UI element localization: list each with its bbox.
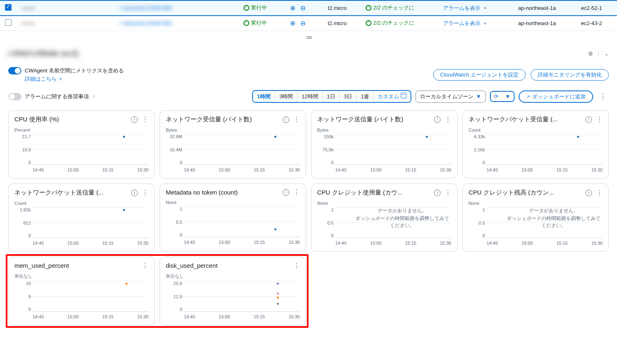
- external-link-icon: [58, 76, 62, 82]
- chart-menu-button[interactable]: ⋮: [142, 262, 148, 269]
- x-axis: 14:4515:0015:1515:30: [184, 238, 300, 246]
- y-axis: 10.50: [166, 206, 182, 237]
- y-axis: 10.50: [317, 207, 334, 238]
- chart-card: disk_used_percent ⋮ 単位なし 25.812.90 14:45…: [160, 257, 306, 325]
- chart-title: CPU クレジット残高 (カウン...: [469, 189, 554, 197]
- chart-menu-button[interactable]: ⋮: [596, 116, 603, 123]
- chart-unit: None: [166, 200, 300, 205]
- chart-menu-button[interactable]: ⋮: [445, 116, 451, 123]
- show-alarms-link[interactable]: アラームを表示: [443, 5, 480, 11]
- plot-area[interactable]: [184, 281, 300, 312]
- instance-name: name: [21, 20, 35, 26]
- zoom-in-icon[interactable]: ⊕: [288, 20, 298, 27]
- plot-area[interactable]: データがありません。ダッシュボードの時間範囲を調整してみてください。: [487, 207, 603, 238]
- time-range-1時間[interactable]: 1時間: [253, 91, 275, 102]
- check-circle-icon: [244, 20, 249, 26]
- info-icon[interactable]: i: [131, 190, 138, 196]
- x-axis: 14:4515:0015:1515:30: [184, 166, 300, 173]
- no-data-message: データがありません。ダッシュボードの時間範囲を調整してみてください。: [505, 207, 603, 229]
- info-icon[interactable]: i: [434, 190, 441, 196]
- chart-unit: None: [317, 201, 451, 206]
- data-point: [274, 228, 276, 230]
- time-range-3時間[interactable]: 3時間: [275, 91, 297, 102]
- zoom-out-icon[interactable]: ⊖: [298, 5, 308, 12]
- plot-area[interactable]: [184, 134, 300, 165]
- divider: |: [598, 51, 599, 57]
- cwagent-toggle[interactable]: [8, 67, 21, 74]
- plus-icon[interactable]: +: [480, 20, 490, 26]
- info-icon[interactable]: i: [585, 190, 592, 196]
- time-range-3日[interactable]: 3日: [339, 91, 356, 102]
- time-range-1日[interactable]: 1日: [322, 91, 339, 102]
- more-menu-button[interactable]: ⋮: [597, 92, 609, 102]
- chart-menu-button[interactable]: ⋮: [142, 116, 148, 123]
- details-link[interactable]: 詳細はこちら: [25, 76, 62, 82]
- settings-icon[interactable]: ⚙: [588, 51, 593, 57]
- configure-cwagent-button[interactable]: CloudWatch エージェントを設定: [433, 69, 526, 81]
- status-badge: 実行中: [244, 19, 267, 27]
- zoom-out-icon[interactable]: ⊖: [298, 20, 308, 27]
- plus-icon[interactable]: +: [480, 5, 490, 11]
- row-checkbox[interactable]: [5, 4, 12, 11]
- chart-menu-button[interactable]: ⋮: [293, 189, 300, 196]
- enable-detailed-monitoring-button[interactable]: 詳細モニタリングを有効化: [531, 69, 609, 81]
- zoom-in-icon[interactable]: ⊕: [288, 5, 298, 12]
- y-axis: 1.62k8120: [14, 207, 31, 238]
- instance-id-link[interactable]: i-0abcdef1234567890: [120, 5, 172, 11]
- chart-title: disk_used_percent: [166, 262, 218, 269]
- plot-area[interactable]: [335, 134, 451, 165]
- data-point: [277, 283, 279, 285]
- chart-menu-button[interactable]: ⋮: [142, 190, 148, 196]
- timezone-select[interactable]: ローカルタイムゾーン ▼: [415, 90, 486, 103]
- public-dns: ec2-52-1: [576, 0, 617, 16]
- instance-table: name i-0abcdef1234567890 実行中 ⊕⊖ t2.micro…: [0, 0, 617, 31]
- chart-card: Metadata no token (count) i⋮ None 10.50 …: [160, 183, 306, 252]
- plot-area[interactable]: [184, 206, 300, 237]
- chart-menu-button[interactable]: ⋮: [293, 262, 300, 269]
- info-icon[interactable]: i: [434, 116, 441, 123]
- y-axis: 4.33k2.16k0: [469, 134, 485, 165]
- chart-unit: 単位なし: [166, 273, 300, 279]
- chart-menu-button[interactable]: ⋮: [596, 190, 603, 196]
- chart-card: ネットワーク送信量 (バイト数) i⋮ Bytes 150k75.0k0 14:…: [311, 110, 457, 179]
- chart-card: CPU クレジット使用量 (カウ... i⋮ None 10.50 データがあり…: [311, 183, 457, 252]
- chart-unit: Count: [469, 128, 603, 132]
- plot-area[interactable]: データがありません。ダッシュボードの時間範囲を調整してみてください。: [335, 207, 451, 238]
- y-axis: 25.812.90: [166, 281, 182, 312]
- charts-grid: CPU 使用率 (%) i⋮ Percent 21.710.90 14:4515…: [0, 106, 617, 329]
- refresh-button[interactable]: ⟳: [491, 92, 502, 101]
- plot-area[interactable]: [487, 134, 603, 165]
- info-icon[interactable]: i: [283, 189, 289, 196]
- x-axis: 14:4515:0015:1515:30: [32, 313, 148, 320]
- chart-menu-button[interactable]: ⋮: [445, 190, 451, 196]
- chart-title: Metadata no token (count): [166, 189, 238, 196]
- availability-zone: ap-northeast-1a: [513, 0, 576, 16]
- plot-area[interactable]: [32, 207, 148, 238]
- instance-row[interactable]: name i-0abcdef1234567890 実行中 ⊕⊖ t2.micro…: [0, 0, 617, 16]
- time-range-1週[interactable]: 1週: [356, 91, 373, 102]
- info-icon[interactable]: i: [585, 116, 592, 123]
- x-axis: 14:4515:0015:1515:30: [335, 239, 451, 246]
- instance-row[interactable]: name i-0abcdef1234567890 実行中 ⊕⊖ t2.micro…: [0, 16, 617, 31]
- time-range-custom[interactable]: カスタム: [373, 91, 411, 102]
- alarm-recommendations-toggle[interactable]: [8, 93, 21, 100]
- info-icon[interactable]: i: [131, 116, 138, 123]
- info-icon[interactable]: i: [283, 116, 289, 123]
- refresh-dropdown-button[interactable]: ▼: [502, 92, 514, 101]
- chart-card: ネットワークパケット送信量 (... i⋮ Count 1.62k8120 14…: [8, 183, 155, 252]
- chart-title: ネットワーク受信量 (バイト数): [166, 116, 252, 123]
- resize-handle[interactable]: ═: [0, 31, 617, 44]
- chart-card: ネットワーク受信量 (バイト数) i⋮ Bytes 32.8M16.4M0 14…: [160, 110, 306, 179]
- plot-area[interactable]: [32, 281, 148, 312]
- instance-id-link[interactable]: i-0abcdef1234567890: [120, 20, 172, 26]
- add-to-dashboard-button[interactable]: ダッシュボードに追加: [519, 90, 593, 103]
- chart-menu-button[interactable]: ⋮: [293, 116, 300, 123]
- time-range-12時間[interactable]: 12時間: [297, 91, 322, 102]
- row-checkbox[interactable]: [5, 19, 12, 26]
- chevron-down-icon[interactable]: ⌄: [604, 51, 609, 57]
- show-alarms-link[interactable]: アラームを表示: [443, 20, 480, 26]
- chart-card: CPU 使用率 (%) i⋮ Percent 21.710.90 14:4515…: [8, 110, 155, 179]
- data-point: [125, 283, 128, 285]
- plot-area[interactable]: [32, 134, 148, 165]
- y-axis: 10.50: [469, 207, 485, 238]
